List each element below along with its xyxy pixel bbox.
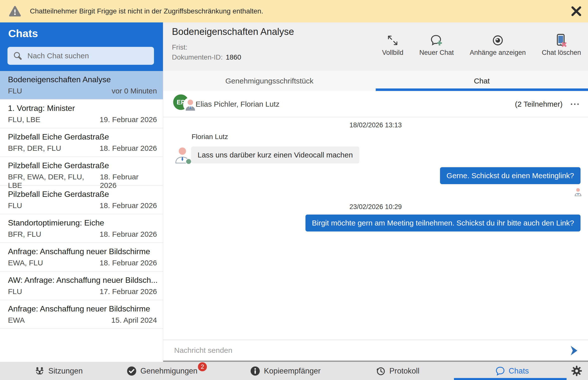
chat-item-date: 19. Februar 2026 [100, 115, 157, 124]
chat-bubble-icon [495, 366, 505, 376]
chat-list-item[interactable]: Pilzbefall Eiche Gerdastraße FLU 18. Feb… [0, 186, 163, 214]
chat-item-participants: FLU, LBE [8, 115, 40, 124]
toolbar: Vollbild Neuer Chat [382, 33, 581, 57]
nav-item-protokoll[interactable]: Protokoll [375, 362, 420, 380]
message-timestamp: 18/02/2026 13:13 [163, 121, 588, 129]
nav-item-sitzungen[interactable]: Sitzungen [34, 362, 83, 380]
outgoing-message-bubble: Gerne. Schickst du einen Meetinglink? [440, 167, 581, 184]
active-tab-indicator [376, 88, 588, 91]
message-input-row [163, 340, 588, 361]
chat-list-item[interactable]: Standortoptimierung: Eiche BFR, FLU 18. … [0, 214, 163, 243]
chat-item-participants: BFR, EWA, DER, FLU, LBE [8, 173, 100, 190]
nav-item-kopieempfaenger[interactable]: Kopieempfänger [250, 362, 321, 380]
chat-item-participants: BFR, FLU [8, 230, 41, 238]
warning-text: Chatteilnehmer Birgit Frigge ist nicht i… [30, 7, 263, 15]
chat-item-title: Pilzbefall Eiche Gerdastraße [8, 132, 157, 142]
new-chat-icon [430, 33, 443, 47]
page-title: Bodeneigenschaften Analyse [172, 26, 294, 37]
participants-row: EP Elias Pichler, Florian Lutz (2 Teilne… [163, 91, 588, 117]
nav-label: Genehmigungen [140, 367, 197, 376]
document-id-label: Dokumenten-ID: [172, 53, 223, 61]
sidebar-title: Chats [8, 27, 38, 40]
read-receipt-avatar-icon [574, 188, 582, 196]
chat-item-title: Anfrage: Anschaffung neuer Bildschirme [8, 304, 157, 313]
tab-genehmigungsschriftstueck[interactable]: Genehmigungsschriftstück [163, 71, 376, 91]
chat-list-item[interactable]: Anfrage: Anschaffung neuer Bildschirme E… [0, 300, 163, 329]
show-attachments-button[interactable]: Anhänge anzeigen [470, 33, 526, 57]
participant-count: (2 Teilnehmer) [515, 100, 563, 108]
chat-list-item[interactable]: Bodeneigenschaften Analyse FLU vor 0 Min… [0, 71, 163, 100]
chat-item-date: vor 0 Minuten [112, 87, 157, 95]
history-icon [375, 366, 386, 376]
nav-label: Kopieempfänger [264, 367, 321, 376]
new-chat-label: Neuer Chat [419, 49, 454, 57]
tab-label: Genehmigungsschriftstück [225, 77, 314, 85]
chat-item-date: 18. Februar 2026 [100, 201, 157, 210]
new-chat-button[interactable]: Neuer Chat [419, 33, 454, 57]
chat-item-date: 18. Februar 2026 [100, 259, 157, 267]
chat-sidebar: Chats Bodeneigenschaften Analyse FLU vor… [0, 22, 163, 362]
eye-icon [492, 33, 504, 47]
sidebar-header: Chats [0, 22, 163, 71]
chat-list-item[interactable]: AW: Anfrage: Anschaffung neuer Bildsch..… [0, 272, 163, 300]
gear-icon[interactable] [571, 365, 583, 377]
show-attachments-label: Anhänge anzeigen [470, 49, 526, 57]
tab-label: Chat [474, 77, 490, 85]
fullscreen-icon [387, 33, 399, 47]
search-icon [13, 51, 22, 61]
chat-item-title: AW: Anfrage: Anschaffung neuer Bildsch..… [8, 276, 157, 285]
sender-avatar-icon [174, 146, 191, 164]
info-icon [250, 366, 260, 376]
chat-list: Bodeneigenschaften Analyse FLU vor 0 Min… [0, 71, 163, 329]
chat-item-participants: BFR, DER, FLU [8, 144, 61, 152]
send-icon[interactable] [570, 345, 579, 356]
chat-list-item[interactable]: Pilzbefall Eiche Gerdastraße BFR, DER, F… [0, 128, 163, 157]
document-id-value: 1860 [226, 53, 241, 61]
chat-item-title: Anfrage: Anschaffung neuer Bildschirme [8, 247, 157, 256]
frist-label: Frist: [172, 43, 187, 51]
more-options-icon[interactable] [570, 103, 579, 105]
warning-banner: Chatteilnehmer Birgit Frigge ist nicht i… [0, 0, 588, 22]
delete-chat-button[interactable]: Chat löschen [542, 33, 581, 57]
close-icon[interactable] [571, 5, 582, 17]
nav-item-genehmigungen[interactable]: Genehmigungen 2 [126, 362, 210, 380]
message-timestamp: 23/02/2026 10:29 [163, 203, 588, 211]
chat-list-item[interactable]: Anfrage: Anschaffung neuer Bildschirme E… [0, 243, 163, 272]
chat-list-item[interactable]: 1. Vortrag: Minister FLU, LBE 19. Februa… [0, 100, 163, 128]
tab-bar: Genehmigungsschriftstück Chat [163, 71, 588, 91]
incoming-message-bubble: Lass uns darüber kurz einen Videocall ma… [191, 147, 359, 163]
fullscreen-button[interactable]: Vollbild [382, 33, 404, 57]
chat-item-title: Pilzbefall Eiche Gerdastraße [8, 190, 157, 199]
chat-search-box[interactable] [7, 47, 154, 65]
message-input[interactable] [174, 340, 547, 361]
chat-item-title: Pilzbefall Eiche Gerdastraße [8, 161, 157, 170]
delete-chat-label: Chat löschen [542, 49, 581, 57]
chat-list-item[interactable]: Pilzbefall Eiche Gerdastraße BFR, EWA, D… [0, 157, 163, 186]
chat-item-participants: EWA [8, 316, 25, 324]
meetings-icon [34, 366, 45, 376]
chat-item-participants: FLU [8, 87, 22, 95]
outgoing-message-bubble: Birgit möchte gern am Meeting teilnehmen… [305, 215, 581, 231]
warning-icon [9, 6, 21, 17]
chat-item-date: 18. Februar 2026 [100, 230, 157, 238]
nav-item-chats[interactable]: Chats [495, 362, 529, 380]
delete-chat-icon [555, 33, 568, 47]
nav-label: Protokoll [389, 367, 420, 376]
participant-names: Elias Pichler, Florian Lutz [196, 100, 280, 108]
message-history: 18/02/2026 13:13 Florian Lutz Lass uns d… [163, 117, 588, 340]
search-input[interactable] [27, 51, 144, 60]
chat-item-date: 18. Februar 2026 [100, 173, 157, 190]
chat-item-date: 17. Februar 2026 [100, 287, 157, 296]
notification-badge: 2 [198, 362, 207, 371]
message-sender-name: Florian Lutz [192, 133, 228, 141]
nav-label: Chats [509, 367, 529, 376]
active-nav-indicator [454, 378, 567, 380]
chat-item-participants: FLU [8, 201, 22, 210]
chat-item-title: 1. Vortrag: Minister [8, 104, 157, 113]
tab-chat[interactable]: Chat [376, 71, 588, 91]
bottom-navigation: Sitzungen Genehmigungen 2 Kopieempfänger… [0, 362, 588, 380]
chat-item-date: 15. April 2024 [111, 316, 157, 324]
chat-item-date: 18. Februar 2026 [100, 144, 157, 152]
nav-label: Sitzungen [48, 367, 83, 376]
chat-item-participants: FLU [8, 287, 22, 296]
